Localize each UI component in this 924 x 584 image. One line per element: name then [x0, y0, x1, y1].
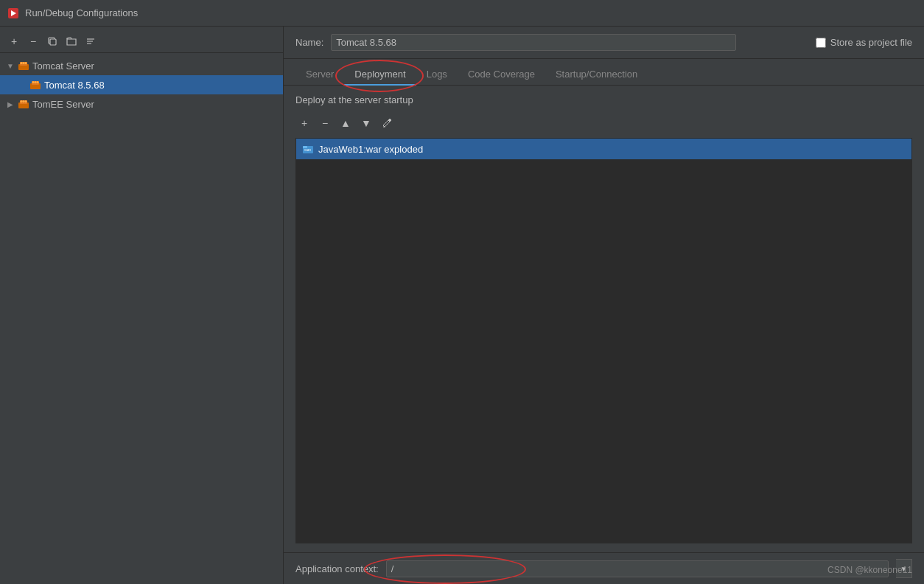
application-context-label: Application context:: [295, 563, 379, 574]
folder-config-button[interactable]: [63, 33, 80, 49]
tab-code-coverage[interactable]: Code Coverage: [458, 64, 545, 86]
tabs-bar: Server Deployment Logs Code Coverage Sta…: [284, 59, 924, 86]
remove-config-button[interactable]: −: [25, 33, 41, 49]
store-project-section: Store as project file: [816, 37, 912, 48]
artifact-item-javaweb1[interactable]: WAR JavaWeb1:war exploded: [296, 139, 911, 159]
edit-artifact-button[interactable]: [378, 114, 396, 132]
svg-point-16: [37, 81, 39, 83]
tab-startup-connection[interactable]: Startup/Connection: [545, 64, 648, 86]
artifact-toolbar: + − ▲ ▼: [295, 111, 912, 135]
store-project-label: Store as project file: [830, 37, 912, 48]
svg-point-14: [32, 81, 35, 83]
name-label: Name:: [295, 37, 323, 48]
sidebar-item-tomcat-server-group[interactable]: ▼ Tomcat Server: [0, 56, 283, 75]
tomcat-server-group-label: Tomcat Server: [32, 60, 94, 72]
tab-logs[interactable]: Logs: [416, 64, 458, 86]
name-row: Name: Store as project file: [284, 27, 924, 59]
deploy-label: Deploy at the server startup: [295, 94, 912, 105]
tomcat-instance-icon: [29, 79, 41, 91]
svg-point-19: [21, 100, 23, 102]
svg-point-15: [35, 81, 37, 83]
svg-point-20: [23, 100, 25, 102]
sidebar-item-tomee-server-group[interactable]: ▶ TomEE Server: [0, 94, 283, 114]
tab-server[interactable]: Server: [295, 64, 344, 86]
title-bar-text: Run/Debug Configurations: [25, 7, 138, 18]
content-area: Deploy at the server startup + − ▲ ▼: [284, 86, 924, 552]
tomcat-server-icon: [18, 60, 29, 72]
svg-point-21: [25, 100, 27, 102]
tomee-server-group-label: TomEE Server: [32, 99, 94, 110]
spacer-arrow2: [18, 80, 27, 89]
watermark: CSDN @kkoneone11: [827, 565, 912, 575]
svg-text:WAR: WAR: [304, 148, 311, 152]
expand-arrow-tomcat: ▼: [6, 61, 15, 70]
run-debug-icon: [7, 7, 19, 19]
right-panel: Name: Store as project file Server Deplo…: [284, 27, 924, 584]
svg-point-9: [21, 62, 23, 64]
store-project-checkbox[interactable]: [816, 38, 826, 48]
tomcat-instance-label: Tomcat 8.5.68: [44, 80, 105, 91]
svg-point-10: [23, 62, 25, 64]
svg-point-11: [25, 62, 27, 64]
name-input[interactable]: [331, 34, 736, 51]
application-context-input[interactable]: [386, 560, 889, 577]
server-tree: ▼ Tomcat Server: [0, 53, 283, 117]
add-artifact-button[interactable]: +: [295, 114, 313, 132]
title-bar: Run/Debug Configurations: [0, 0, 924, 27]
move-up-artifact-button[interactable]: ▲: [337, 114, 354, 132]
copy-config-button[interactable]: [44, 33, 60, 49]
move-down-artifact-button[interactable]: ▼: [357, 114, 375, 132]
main-container: + −: [0, 27, 924, 584]
artifact-item-label: JavaWeb1:war exploded: [318, 144, 423, 155]
tab-deployment[interactable]: Deployment: [344, 64, 416, 86]
sidebar-item-tomcat-8568[interactable]: Tomcat 8.5.68: [0, 75, 283, 94]
sidebar: + −: [0, 27, 284, 584]
sidebar-toolbar: + −: [0, 29, 283, 53]
expand-arrow-tomee: ▶: [6, 100, 15, 108]
remove-artifact-button[interactable]: −: [316, 114, 334, 132]
tab-deployment-wrapper: Deployment: [344, 64, 416, 85]
tomee-server-icon: [18, 98, 29, 110]
war-exploded-icon: WAR: [302, 143, 314, 155]
sort-config-button[interactable]: [83, 33, 99, 49]
context-input-wrapper: [386, 560, 889, 577]
add-config-button[interactable]: +: [6, 33, 22, 49]
svg-rect-3: [50, 39, 56, 45]
spacer-arrow: [6, 80, 15, 89]
artifact-list: WAR JavaWeb1:war exploded: [295, 138, 912, 543]
